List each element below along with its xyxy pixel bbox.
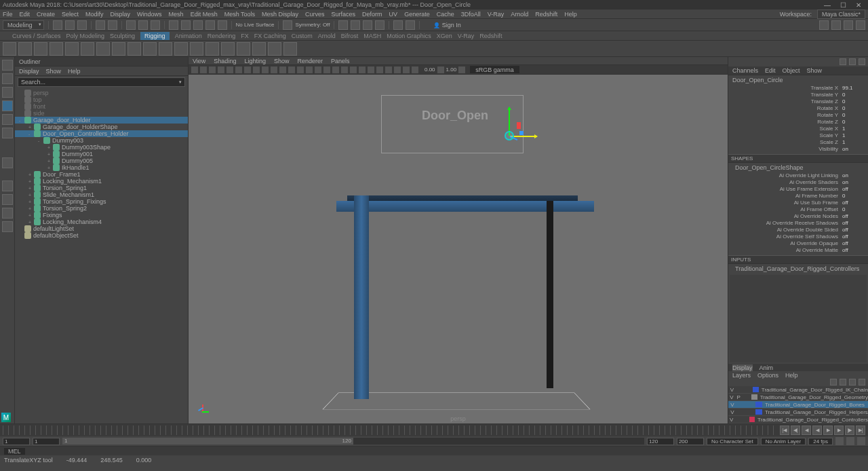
go-end-button[interactable]: ▶| [856,426,865,435]
auto-key-icon[interactable] [835,437,844,445]
shelf-icon[interactable] [65,42,79,56]
play-back-button[interactable]: ◀ [812,426,822,435]
vp-icon[interactable] [226,67,233,73]
layer-move-down-icon[interactable] [840,379,846,385]
shelf-tab-fx-caching[interactable]: FX Caching [254,33,286,39]
menu-redshift[interactable]: Redshift [535,11,557,18]
menu-file[interactable]: File [3,11,13,18]
select-tool-icon[interactable] [2,60,13,71]
vp-icon[interactable] [403,67,410,73]
attr-row[interactable]: Ai Frame Number0 [731,193,865,200]
range-thumb[interactable]: 1120 [62,438,353,445]
symmetry-label[interactable]: Symmetry: Off [295,22,330,28]
move-tool-icon[interactable] [2,100,13,111]
menu-surfaces[interactable]: Surfaces [332,11,356,18]
viewport-canvas[interactable]: Door_Open persp [189,75,728,423]
outliner-item[interactable]: +Torsion_Spring_Fixings [15,198,188,205]
shelf-icon[interactable] [252,42,266,56]
modeling-toolkit-icon[interactable] [819,20,829,30]
workspace-combo[interactable]: Maya Classic* [817,10,865,19]
menu-create[interactable]: Create [37,11,55,18]
attr-row[interactable]: Scale X1 [731,126,865,132]
menu-display[interactable]: Display [111,11,131,18]
undo-icon[interactable] [96,20,105,30]
mel-label[interactable]: MEL [4,448,25,455]
vp-icon[interactable] [279,67,286,73]
outliner-item[interactable]: side [15,110,188,117]
paint-tool-icon[interactable] [2,87,13,98]
shelf-icon[interactable] [3,42,16,56]
vp-menu-panels[interactable]: Panels [331,58,350,64]
step-back-key-button[interactable]: ◀| [791,426,800,435]
snap-plane-icon[interactable] [205,20,215,30]
attr-row[interactable]: Ai Override Self Shadowsoff [731,233,865,240]
outliner-item[interactable]: +IkHandle1 [15,164,188,171]
outliner-item[interactable]: +Fixings [15,212,188,219]
channel-tab-show[interactable]: Show [807,67,823,74]
menu-select[interactable]: Select [62,11,79,18]
playback-start-field[interactable] [33,438,60,445]
shelf-icon[interactable] [237,42,250,56]
shelf-icon[interactable] [174,42,188,56]
center-handle[interactable] [505,131,514,140]
step-forward-key-button[interactable]: |▶ [845,426,854,435]
character-set-combo[interactable]: No Character Set [707,438,758,445]
play-forward-button[interactable]: ▶ [823,426,833,435]
menu-windows[interactable]: Windows [137,11,162,18]
render-settings-icon[interactable] [363,20,372,30]
outliner-item[interactable]: +Dummy005 [15,157,188,164]
attr-editor-icon[interactable] [831,20,841,30]
symmetry-icon[interactable] [283,20,292,30]
outliner-item[interactable]: +Garage_door_HolderShape [15,124,188,130]
display-layer-row[interactable]: VTraditional_Garage_Door_Rigged_Bones [728,401,868,409]
shelf-icon[interactable] [50,42,63,56]
shelf-icon[interactable] [81,42,94,56]
outliner-item[interactable]: top [15,96,188,103]
select-mode-icon[interactable] [126,20,136,30]
snap-point-icon[interactable] [193,20,203,30]
outliner-item[interactable]: defaultLightSet [15,225,188,232]
snap-grid-icon[interactable] [169,20,178,30]
vp-icon[interactable] [412,67,418,73]
attr-row[interactable]: Translate Z0 [731,98,865,105]
shelf-icon[interactable] [159,42,172,56]
lasso-tool-icon[interactable] [2,73,13,84]
layer-tab-anim[interactable]: Anim [760,364,774,371]
close-button[interactable]: ✕ [856,1,861,9]
vp-icon[interactable] [385,67,392,73]
vp-icon[interactable] [332,67,339,73]
snap-live-icon[interactable] [218,20,227,30]
menu-modify[interactable]: Modify [85,11,104,18]
step-forward-button[interactable]: ▶ [834,426,844,435]
vp-icon[interactable] [262,67,269,73]
attr-row[interactable]: Ai Override Opaqueoff [731,240,865,247]
shelf-icon[interactable] [127,42,141,56]
attr-row[interactable]: Ai Override Double Sidedoff [731,227,865,233]
vp-icon[interactable] [458,67,465,73]
step-back-button[interactable]: ◀ [802,426,811,435]
vp-menu-renderer[interactable]: Renderer [297,58,323,64]
outliner-item[interactable]: +Door_Frame1 [15,171,188,178]
vp-icon[interactable] [209,67,216,73]
shelf-tab-xgen[interactable]: XGen [437,33,452,39]
menu-mesh[interactable]: Mesh [169,11,184,18]
anim-layer-combo[interactable]: No Anim Layer [761,438,806,445]
move-gizmo[interactable] [496,107,530,148]
range-start-field[interactable] [3,438,30,445]
outliner-item[interactable]: +Locking_Mechanism4 [15,219,188,225]
cb-icon[interactable] [859,58,865,65]
hypershade-icon[interactable] [375,20,384,30]
attr-row[interactable]: Scale Y1 [731,132,865,139]
attr-row[interactable]: Ai Override Shaderson [731,179,865,186]
attr-row[interactable]: Translate Y0 [731,92,865,98]
outliner-item[interactable]: persp [15,90,188,96]
attr-row[interactable]: Rotate Z0 [731,119,865,126]
display-layer-row[interactable]: VTraditional_Garage_Door_Rigged_IK_Chain [728,386,868,394]
outliner-item[interactable]: +Torsion_Spring2 [15,205,188,212]
cb-icon[interactable] [840,58,846,65]
command-line[interactable]: MEL [0,446,868,455]
layer-menu-layers[interactable]: Layers [732,372,751,379]
outliner-search[interactable]: Search... [18,77,185,87]
outliner-item[interactable]: -Dummy003 [15,137,188,144]
go-start-button[interactable]: |◀ [780,426,789,435]
